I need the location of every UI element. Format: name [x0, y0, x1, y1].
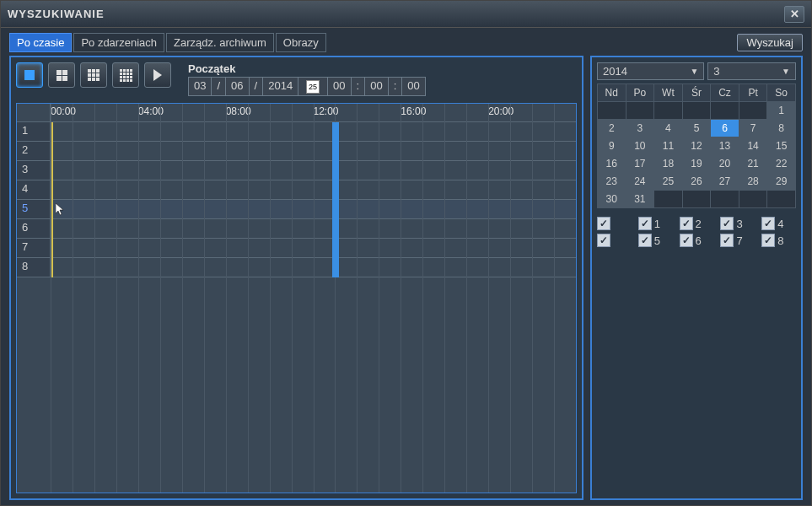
- check-ch-6[interactable]: ✓6: [680, 234, 714, 247]
- calendar-day-16[interactable]: 16: [598, 155, 626, 173]
- tab-images[interactable]: Obrazy: [276, 33, 326, 52]
- window-body: Po czasie Po zdarzeniach Zarządz. archiw…: [1, 28, 811, 505]
- calendar-day-31[interactable]: 31: [626, 191, 654, 208]
- calendar-day-10[interactable]: 10: [626, 137, 654, 155]
- calendar-day-7[interactable]: 7: [739, 120, 767, 137]
- row-track[interactable]: [51, 200, 576, 218]
- check-all[interactable]: ✓: [597, 234, 632, 247]
- check-ch-5[interactable]: ✓5: [638, 234, 673, 247]
- search-button[interactable]: Wyszukaj: [737, 34, 803, 51]
- tab-events[interactable]: Po zdarzeniach: [73, 33, 164, 52]
- play-icon: [153, 69, 162, 81]
- dow-header: Cz: [711, 84, 739, 102]
- calendar-day-8[interactable]: 8: [767, 120, 796, 137]
- calendar-day-21[interactable]: 21: [739, 155, 767, 173]
- time-ss[interactable]: 00: [402, 78, 424, 95]
- calendar-day-15[interactable]: 15: [767, 137, 796, 155]
- calendar-day-30[interactable]: 30: [598, 191, 626, 208]
- calendar-day-22[interactable]: 22: [767, 155, 796, 173]
- timeline[interactable]: 00:0004:0008:0012:0016:0020:00 12345678: [16, 103, 577, 493]
- time-label: 16:00: [401, 105, 426, 117]
- check-ch-8[interactable]: ✓8: [761, 234, 796, 247]
- calendar-day-19[interactable]: 19: [682, 155, 711, 173]
- calendar-day-1[interactable]: 1: [767, 102, 796, 120]
- calendar-day-5[interactable]: 5: [682, 120, 711, 137]
- calendar-day-27[interactable]: 27: [711, 173, 739, 191]
- time-mm[interactable]: 00: [365, 78, 388, 95]
- row-label: 1: [17, 122, 51, 141]
- timeline-row-4[interactable]: 4: [17, 180, 576, 200]
- timeline-row-1[interactable]: 1: [17, 122, 576, 142]
- calendar-day-23[interactable]: 23: [598, 173, 626, 191]
- date-day[interactable]: 03: [189, 78, 212, 95]
- check-label: 4: [777, 218, 783, 230]
- calendar-day-28[interactable]: 28: [739, 173, 767, 191]
- check-label: 2: [696, 218, 702, 230]
- year-month-selects: 2014 ▼ 3 ▼: [597, 62, 796, 80]
- row-label: 5: [17, 200, 51, 218]
- calendar-day-6[interactable]: 6: [711, 120, 739, 137]
- calendar-day-11[interactable]: 11: [654, 137, 683, 155]
- checkbox-icon: ✓: [597, 217, 610, 230]
- checkbox-icon: ✓: [638, 234, 652, 247]
- calendar-day-26[interactable]: 26: [682, 173, 711, 191]
- calendar-day-4[interactable]: 4: [654, 120, 683, 137]
- view-4x4-button[interactable]: [112, 62, 139, 88]
- row-track[interactable]: [51, 239, 576, 257]
- calendar-day-2[interactable]: 2: [598, 120, 626, 137]
- view-1x1-button[interactable]: [16, 62, 43, 88]
- timeline-playhead[interactable]: [332, 122, 339, 277]
- check-ch-7[interactable]: ✓7: [720, 234, 755, 247]
- dow-header: Pt: [739, 84, 767, 102]
- calendar-body: 1234567891011121314151617181920212223242…: [598, 102, 796, 208]
- close-icon: ✕: [790, 8, 799, 20]
- check-ch-1[interactable]: ✓1: [638, 217, 673, 230]
- timeline-row-7[interactable]: 7: [17, 239, 576, 258]
- close-button[interactable]: ✕: [784, 6, 804, 23]
- calendar-day-3[interactable]: 3: [626, 120, 654, 137]
- datetime-input[interactable]: 03 / 06 / 2014 25 00 : 00 : 00: [188, 77, 426, 96]
- tab-time[interactable]: Po czasie: [9, 33, 72, 52]
- calendar-day-29[interactable]: 29: [767, 173, 796, 191]
- calendar-day-9[interactable]: 9: [598, 137, 626, 155]
- row-track[interactable]: [51, 142, 576, 160]
- time-hh[interactable]: 00: [328, 78, 351, 95]
- timeline-row-8[interactable]: 8: [17, 258, 576, 277]
- calendar-day-25[interactable]: 25: [654, 173, 683, 191]
- calendar-day-17[interactable]: 17: [626, 155, 654, 173]
- calendar-grid: NdPoWtŚrCzPtSo 1234567891011121314151617…: [597, 83, 796, 208]
- check-ch-4[interactable]: ✓4: [761, 217, 796, 230]
- calendar-day-14[interactable]: 14: [739, 137, 767, 155]
- timeline-row-3[interactable]: 3: [17, 161, 576, 180]
- view-3x3-button[interactable]: [80, 62, 107, 88]
- calendar-day-13[interactable]: 13: [711, 137, 739, 155]
- view-2x2-button[interactable]: [48, 62, 75, 88]
- play-button[interactable]: [144, 62, 171, 88]
- calendar-picker-button[interactable]: 25: [298, 78, 328, 95]
- row-track[interactable]: [51, 122, 576, 141]
- row-track[interactable]: [51, 161, 576, 180]
- check-ch-2[interactable]: ✓2: [680, 217, 714, 230]
- window-title: WYSZUKIWANIE: [8, 8, 105, 20]
- mouse-cursor-icon: [56, 203, 66, 217]
- timeline-row-6[interactable]: 6: [17, 219, 576, 239]
- checkbox-icon: ✓: [720, 217, 734, 230]
- titlebar: WYSZUKIWANIE ✕: [1, 1, 811, 28]
- timeline-row-5[interactable]: 5: [17, 200, 576, 219]
- row-track[interactable]: [51, 258, 576, 277]
- timeline-row-2[interactable]: 2: [17, 142, 576, 161]
- date-month[interactable]: 06: [226, 78, 249, 95]
- timeline-corner: [17, 104, 51, 121]
- calendar-day-20[interactable]: 20: [711, 155, 739, 173]
- month-select[interactable]: 3 ▼: [707, 62, 796, 80]
- calendar-day-24[interactable]: 24: [626, 173, 654, 191]
- calendar-day-18[interactable]: 18: [654, 155, 683, 173]
- date-year[interactable]: 2014: [263, 78, 298, 95]
- check-ch-3[interactable]: ✓3: [720, 217, 755, 230]
- tab-archive[interactable]: Zarządz. archiwum: [166, 33, 274, 52]
- row-track[interactable]: [51, 180, 576, 199]
- calendar-day-12[interactable]: 12: [682, 137, 711, 155]
- check-all[interactable]: ✓: [597, 217, 632, 230]
- year-select[interactable]: 2014 ▼: [597, 62, 704, 80]
- row-track[interactable]: [51, 219, 576, 238]
